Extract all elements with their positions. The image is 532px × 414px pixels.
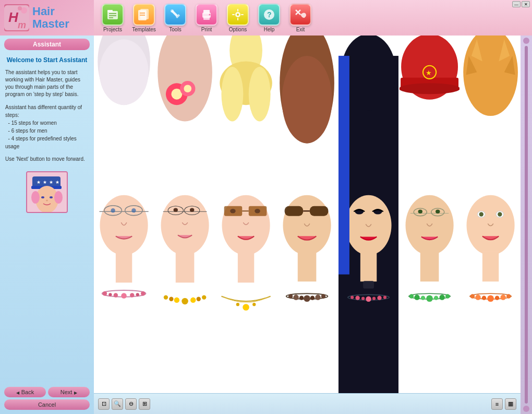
assistant-header: Assistant — [4, 39, 90, 50]
tools-button[interactable]: Tools — [162, 4, 189, 32]
svg-rect-24 — [232, 14, 235, 15]
projects-button[interactable]: Projects — [99, 4, 126, 32]
exit-label: Exit — [296, 27, 305, 32]
scrollbar-track[interactable] — [525, 46, 528, 404]
help-icon: ? — [258, 4, 280, 26]
svg-rect-95 — [310, 206, 329, 216]
minimize-button[interactable]: — — [512, 1, 521, 7]
svg-point-100 — [294, 294, 299, 300]
zoom-fit-icon[interactable]: ⊡ — [98, 398, 110, 410]
svg-point-157 — [475, 294, 480, 300]
projects-icon — [102, 4, 124, 26]
svg-point-105 — [321, 294, 325, 298]
zoom-in-icon[interactable]: 🔍 — [112, 398, 123, 410]
svg-point-152 — [479, 212, 483, 216]
zoom-tools: ⊡ 🔍 ⊖ ⊞ — [98, 398, 150, 410]
svg-point-136 — [409, 294, 414, 298]
svg-point-116 — [350, 295, 354, 299]
svg-rect-97 — [298, 252, 317, 282]
close-button[interactable]: ✕ — [522, 1, 530, 7]
back-label: Back — [21, 389, 34, 395]
next-arrow-icon — [74, 389, 77, 395]
svg-point-141 — [439, 294, 444, 300]
svg-point-118 — [361, 297, 365, 300]
options-button[interactable]: Options — [224, 4, 251, 32]
svg-text:★: ★ — [43, 180, 47, 185]
step-women: - 15 steps for women — [5, 120, 57, 126]
svg-point-40 — [46, 200, 48, 202]
zoom-select-icon[interactable]: ⊞ — [139, 398, 150, 410]
svg-point-160 — [495, 295, 499, 300]
window-controls: — ✕ — [512, 1, 530, 7]
svg-point-58 — [158, 36, 212, 122]
exit-button[interactable]: Exit — [287, 4, 314, 32]
svg-point-36 — [41, 196, 44, 198]
back-button[interactable]: Back — [4, 387, 46, 397]
content-area: ★ — [94, 36, 521, 414]
faces-container: ★ — [94, 36, 521, 393]
svg-text:m: m — [18, 20, 26, 30]
svg-rect-154 — [482, 252, 499, 282]
exit-icon — [289, 4, 311, 26]
svg-point-89 — [236, 303, 239, 306]
next-button[interactable]: Next — [48, 387, 90, 397]
next-hint: Use 'Next' button to move forward. — [5, 156, 89, 163]
svg-point-93 — [283, 195, 331, 255]
svg-point-108 — [345, 195, 391, 255]
svg-point-19 — [209, 14, 211, 15]
svg-rect-49 — [116, 250, 132, 283]
svg-point-125 — [400, 83, 460, 94]
steps-title: Assistant has different quantity of step… — [5, 104, 82, 118]
welcome-title: Welcome to Start Assistant — [5, 56, 89, 64]
svg-text:?: ? — [267, 10, 272, 19]
svg-point-53 — [114, 293, 118, 297]
next-label: Next — [61, 389, 72, 395]
back-arrow-icon — [16, 389, 19, 395]
svg-point-39 — [54, 191, 63, 204]
app-logo: H m — [4, 4, 29, 31]
svg-point-57 — [141, 291, 145, 295]
list-view-icon[interactable]: ≡ — [491, 398, 503, 410]
svg-point-122 — [383, 295, 386, 299]
templates-label: Templates — [132, 27, 156, 32]
print-button[interactable]: Print — [193, 4, 220, 32]
svg-rect-109 — [338, 56, 349, 275]
svg-point-62 — [184, 85, 192, 92]
assistant-description: The assistant helps you to start working… — [5, 69, 89, 98]
cancel-button[interactable]: Cancel — [4, 399, 90, 410]
svg-point-4 — [18, 6, 22, 10]
svg-rect-17 — [203, 10, 210, 14]
assistant-content: Welcome to Start Assistant The assistant… — [0, 52, 94, 384]
face-column-7 — [461, 36, 521, 393]
templates-icon — [133, 4, 155, 26]
svg-point-54 — [121, 293, 126, 298]
svg-point-142 — [445, 294, 450, 298]
svg-point-153 — [498, 212, 502, 216]
svg-point-67 — [174, 208, 178, 211]
svg-point-38 — [31, 191, 40, 204]
zoom-out-icon[interactable]: ⊖ — [125, 398, 137, 410]
sidebar-bottom: Back Next Cancel — [0, 384, 94, 414]
svg-point-15 — [171, 9, 174, 13]
print-icon — [196, 4, 217, 26]
help-label: Help — [264, 27, 275, 32]
tools-icon — [164, 4, 186, 26]
svg-point-133 — [436, 210, 440, 214]
svg-point-79 — [222, 67, 244, 122]
grid-view-icon[interactable]: ▦ — [505, 398, 516, 410]
svg-point-86 — [255, 209, 260, 213]
svg-rect-23 — [237, 18, 238, 20]
templates-button[interactable]: Templates — [130, 4, 158, 32]
svg-rect-87 — [238, 250, 254, 283]
svg-point-51 — [103, 291, 107, 295]
svg-point-161 — [500, 294, 505, 300]
svg-rect-18 — [203, 16, 210, 20]
svg-point-138 — [421, 295, 425, 300]
svg-point-128 — [405, 195, 453, 255]
svg-text:H: H — [8, 9, 19, 25]
svg-point-42 — [99, 40, 148, 105]
svg-point-137 — [414, 294, 419, 300]
help-button[interactable]: ? Help — [256, 4, 283, 32]
svg-text:★: ★ — [426, 69, 432, 77]
view-toggle: ≡ ▦ — [491, 398, 516, 410]
